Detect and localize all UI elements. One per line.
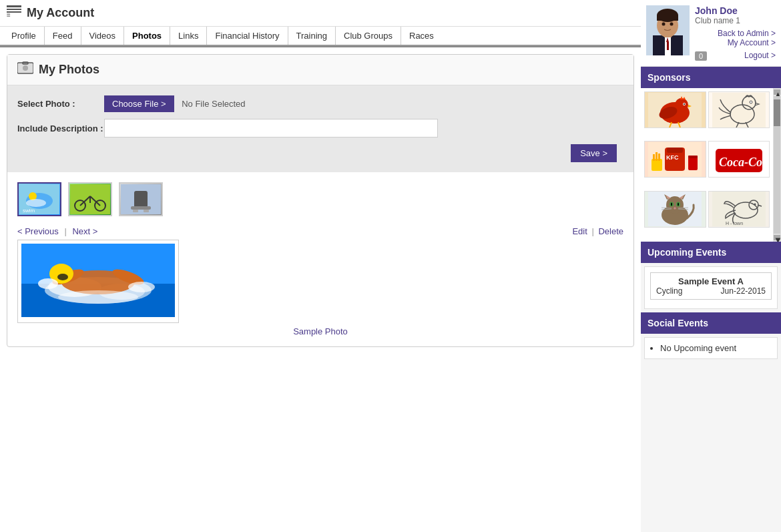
svg-point-86 [671,203,672,206]
svg-point-36 [58,290,138,304]
svg-text:≡: ≡ [7,11,11,17]
event-date: Jun-22-2015 [721,286,766,296]
event-type: Cycling [656,286,682,296]
sponsor-6: H - town Runners [708,191,770,228]
tab-photos[interactable]: Photos [124,27,170,45]
profile-links: Back to Admin > My Account > 0 Logout > [695,29,776,61]
sponsors-title: Sponsors [641,67,781,88]
social-event-item: No Upcoming event [660,343,772,353]
tab-profile[interactable]: Profile [3,27,45,45]
file-input-group: Choose File > No File Selected [104,95,623,112]
logout-link[interactable]: Logout > [744,51,776,60]
edit-separator: | [591,226,593,236]
sponsor-1 [644,91,706,128]
avatar [646,5,690,57]
back-to-admin-link[interactable]: Back to Admin > [695,29,776,38]
sponsor-5 [644,191,706,228]
sponsors-grid: KFC [641,88,773,242]
svg-point-11 [26,199,46,207]
scroll-thumb[interactable] [774,99,780,126]
user-name: John Doe [695,5,776,16]
description-input[interactable] [104,119,438,138]
photo-edit-links: Edit | Delete [572,226,623,236]
sidebar-profile: John Doe Club name 1 Back to Admin > My … [641,0,781,67]
social-events-list: No Upcoming event [660,343,772,353]
scroll-down-arrow[interactable]: ▼ [774,235,780,240]
svg-rect-45 [657,15,678,21]
previous-link[interactable]: < Previous [17,226,59,236]
event-details: Cycling Jun-22-2015 [656,286,766,296]
svg-text:KFC: KFC [666,154,679,161]
tab-links[interactable]: Links [170,27,207,45]
svg-rect-73 [658,154,660,161]
description-row: Include Description : [17,119,623,138]
svg-rect-21 [131,206,151,210]
social-events-area: No Upcoming event [644,337,778,359]
svg-point-34 [38,278,58,289]
thumbnail-3[interactable] [119,182,163,216]
photo-nav-links: < Previous | Next > [17,226,97,236]
svg-rect-0 [7,5,21,7]
tab-financial-history[interactable]: Financial History [207,27,288,45]
svg-rect-72 [656,152,658,161]
tab-club-groups[interactable]: Club Groups [336,27,401,45]
form-area: Select Photo : Choose File > No File Sel… [7,85,633,172]
nav-tabs: Profile Feed Videos Photos Links Financi… [0,27,641,47]
upcoming-events-title: Upcoming Events [641,242,781,263]
nav-separator: | [64,226,66,236]
thumbnail-2[interactable] [68,182,112,216]
tab-feed[interactable]: Feed [45,27,81,45]
social-events-section: Social Events No Upcoming event [641,312,781,359]
sponsor-2 [708,91,770,128]
svg-point-96 [754,204,756,206]
thumbnail-1[interactable]: swim [17,182,61,216]
save-row: Save > [17,144,623,162]
delete-link[interactable]: Delete [598,226,623,236]
sponsors-section: Sponsors [641,67,781,242]
svg-text:Coca-Cola: Coca-Cola [719,156,766,169]
choose-file-button[interactable]: Choose File > [104,95,174,112]
section-title: My Photos [39,63,99,77]
svg-point-6 [23,65,28,71]
edit-link[interactable]: Edit [572,226,587,236]
section-header: My Photos [7,55,633,85]
profile-info: John Doe Club name 1 Back to Admin > My … [695,5,776,61]
main-photo-frame [17,240,179,323]
svg-point-53 [684,103,685,105]
social-events-title: Social Events [641,312,781,334]
photo-caption: Sample Photo [17,326,623,336]
thumbnails-row: swim [17,182,623,216]
scroll-up-arrow[interactable]: ▲ [774,89,780,95]
svg-rect-20 [134,191,148,208]
select-photo-row: Select Photo : Choose File > No File Sel… [17,95,623,112]
photos-icon [17,61,33,78]
photos-section: My Photos Select Photo : Choose File > N… [7,54,634,347]
sponsors-scrollbar[interactable]: ▲ ▼ [773,88,781,242]
svg-rect-22 [133,210,138,212]
description-label: Include Description : [17,123,104,134]
sponsor-3: KFC [644,141,706,178]
svg-point-35 [128,282,155,292]
svg-point-47 [670,23,674,26]
tab-races[interactable]: Races [401,27,442,45]
tab-training[interactable]: Training [288,27,336,45]
events-area: Sample Event A Cycling Jun-22-2015 [644,266,778,309]
page-title: My Account [27,6,94,20]
sidebar: John Doe Club name 1 Back to Admin > My … [641,0,781,532]
description-field-group [104,119,623,138]
svg-rect-41 [667,42,669,50]
svg-point-46 [662,23,666,26]
page-header: ≡ My Account [0,0,641,27]
sponsor-4: Coca-Cola [708,141,770,178]
tab-videos[interactable]: Videos [81,27,125,45]
save-button[interactable]: Save > [571,144,617,162]
main-photo-container: Sample Photo [17,240,623,336]
svg-text:H - town: H - town [726,221,743,226]
my-account-link[interactable]: My Account > [695,38,776,47]
next-link[interactable]: Next > [72,226,97,236]
svg-point-61 [750,101,752,103]
svg-text:swim: swim [23,208,35,214]
account-icon: ≡ [7,5,21,21]
scroll-track[interactable] [774,96,780,234]
notification-badge: 0 [695,51,707,61]
